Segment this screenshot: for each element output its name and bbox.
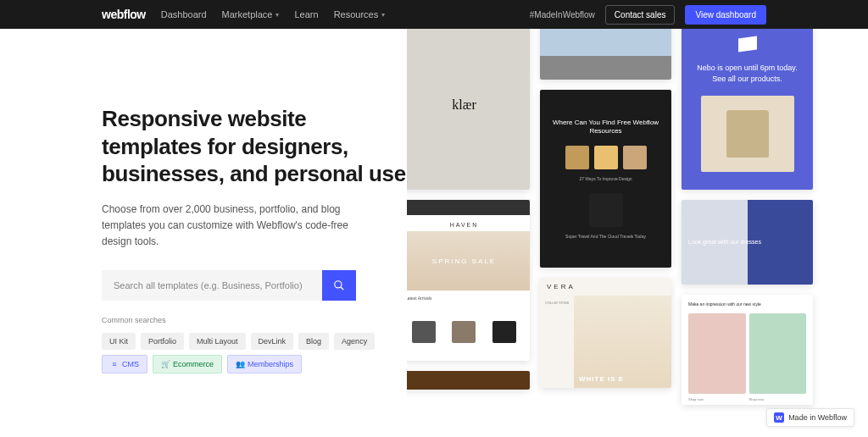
template-card-shop[interactable]: Make an impression with our new style Sh… [682, 295, 813, 405]
webflow-logo[interactable]: webflow [102, 8, 146, 21]
preview-title: HAVEN [407, 215, 530, 231]
preview-caption: Look great with our dresses [688, 238, 761, 246]
tag-multi-layout[interactable]: Multi Layout [189, 333, 246, 350]
tag-cms[interactable]: ≡ CMS [102, 355, 147, 373]
hashtag-link[interactable]: #MadeInWebflow [530, 10, 595, 19]
preview-logo-icon [738, 36, 757, 52]
template-card-bridge[interactable] [540, 29, 671, 80]
stack-icon: ≡ [110, 360, 119, 368]
tag-memberships[interactable]: 👥 Memberships [227, 355, 302, 373]
svg-line-1 [341, 287, 344, 290]
nav-resources[interactable]: Resources▾ [334, 9, 386, 19]
chevron-down-icon: ▾ [275, 11, 279, 19]
template-previews: klær HAVEN SPRING SALE Latest Arrivals W… [407, 29, 868, 437]
search-row [102, 270, 407, 301]
tag-devlink[interactable]: DevLink [251, 333, 294, 350]
made-in-webflow-badge[interactable]: W Made in Webflow [766, 408, 854, 427]
top-nav: webflow Dashboard Marketplace▾ Learn Res… [0, 0, 868, 29]
preview-caption: Make an impression with our new style [682, 295, 813, 313]
preview-sidebar: COLLECTIONS [540, 296, 574, 388]
view-dashboard-button[interactable]: View dashboard [685, 5, 766, 25]
template-card-resources[interactable]: Where Can You Find Free Webflow Resource… [540, 90, 671, 268]
tag-portfolio[interactable]: Portfolio [141, 333, 184, 350]
cart-icon: 🛒 [161, 360, 170, 368]
common-searches-label: Common searches [102, 316, 407, 324]
template-card-vera[interactable]: VERA COLLECTIONS WHITE IS E [540, 278, 671, 388]
users-icon: 👥 [236, 360, 244, 368]
nav-marketplace[interactable]: Marketplace▾ [222, 9, 280, 19]
svg-point-0 [335, 281, 342, 288]
template-card-nebo[interactable]: Nebo is open until 6pm today. See all ou… [682, 29, 813, 190]
page-subtitle: Choose from over 2,000 business, portfol… [102, 202, 373, 251]
main: Responsive website templates for designe… [0, 29, 868, 437]
template-card-klaer[interactable]: klær [407, 29, 530, 190]
template-card-haven[interactable]: HAVEN SPRING SALE Latest Arrivals [407, 200, 530, 361]
common-search-tags: UI Kit Portfolio Multi Layout DevLink Bl… [102, 333, 407, 373]
tag-ui-kit[interactable]: UI Kit [102, 333, 136, 350]
webflow-icon: W [774, 412, 784, 423]
tag-ecommerce[interactable]: 🛒 Ecommerce [153, 355, 222, 373]
page-title: Responsive website templates for designe… [102, 105, 407, 188]
preview-section-label: Latest Arrivals [407, 290, 530, 302]
search-button[interactable] [322, 270, 356, 301]
preview-caption: Super Travel And The Cloud Travels Today [565, 234, 646, 239]
tag-blog[interactable]: Blog [298, 333, 329, 350]
search-icon [333, 279, 345, 291]
nav-right: #MadeInWebflow Contact sales View dashbo… [530, 5, 766, 25]
nav-learn[interactable]: Learn [294, 9, 318, 19]
nav-dashboard[interactable]: Dashboard [161, 9, 207, 19]
tag-agency[interactable]: Agency [334, 333, 375, 350]
chevron-down-icon: ▾ [381, 11, 385, 19]
preview-caption: WHITE IS E [579, 375, 624, 383]
template-card-misc[interactable] [407, 371, 530, 390]
hero-section: Responsive website templates for designe… [0, 29, 407, 437]
search-input[interactable] [102, 270, 322, 301]
contact-sales-button[interactable]: Contact sales [605, 5, 676, 25]
nav-items: Dashboard Marketplace▾ Learn Resources▾ [161, 9, 385, 19]
preview-hero: SPRING SALE [407, 231, 530, 290]
preview-caption: 27 Ways To Improve Design [579, 176, 632, 181]
preview-subheading: See all our products. [712, 74, 782, 85]
preview-heading: Where Can You Find Free Webflow Resource… [548, 119, 663, 136]
preview-heading: Nebo is open until 6pm today. [697, 63, 797, 74]
preview-title: VERA [540, 278, 671, 296]
template-card-fashion[interactable]: Look great with our dresses [682, 200, 813, 285]
